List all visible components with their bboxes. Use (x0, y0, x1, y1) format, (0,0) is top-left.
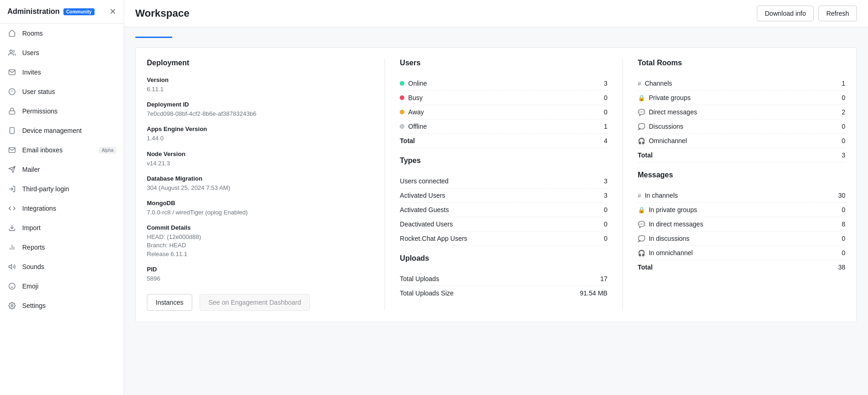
download-info-button[interactable]: Download info (757, 6, 814, 21)
total-uploads-size-value: 91.54 MB (580, 289, 608, 297)
sidebar-item-invites[interactable]: Invites (0, 63, 124, 82)
omnichannel-row: 🎧 Omnichannel 0 (638, 134, 845, 148)
sidebar-header: Administration Community ✕ (0, 0, 124, 24)
sidebar-item-user-status[interactable]: User status (0, 82, 124, 101)
sidebar-item-emoji[interactable]: Emoji (0, 276, 124, 296)
mongodb-value: 7.0.0-rc8 / wiredTiger (oplog Enabled) (147, 208, 370, 217)
sidebar-item-email-inboxes[interactable]: Email inboxes Alpha (0, 140, 124, 160)
in-channels-row: # In channels 30 (638, 188, 845, 203)
in-omnichannel-label: 🎧 In omnichannel (638, 249, 693, 257)
users-connected-value: 3 (604, 177, 608, 185)
rocketchat-app-users-value: 0 (604, 235, 608, 242)
email-inboxes-icon (7, 145, 17, 155)
offline-dot (400, 124, 404, 129)
sidebar-label-mailer: Mailer (22, 166, 40, 173)
sidebar-label-invites: Invites (22, 69, 41, 76)
apps-engine-value: 1.44.0 (147, 134, 370, 143)
sidebar-label-rooms: Rooms (22, 30, 43, 37)
sidebar-item-users[interactable]: Users (0, 43, 124, 63)
messages-title: Messages (638, 171, 845, 179)
sidebar-item-import[interactable]: Import (0, 218, 124, 238)
sidebar-item-reports[interactable]: Reports (0, 238, 124, 257)
sidebar-item-mailer[interactable]: Mailer (0, 160, 124, 179)
rocketchat-app-users-label: Rocket.Chat App Users (400, 235, 467, 242)
in-omnichannel-row: 🎧 In omnichannel 0 (638, 246, 845, 260)
discussions-row: 💭 Discussions 0 (638, 119, 845, 134)
sidebar-item-permissions[interactable]: Permissions (0, 101, 124, 121)
private-groups-label: 🔒 Private groups (638, 94, 691, 101)
omnichannel-icon: 🎧 (638, 138, 645, 144)
total-uploads-label: Total Uploads (400, 275, 439, 282)
sidebar-item-settings[interactable]: Settings (0, 296, 124, 315)
emoji-icon (7, 282, 17, 291)
mongodb-field: MongoDB 7.0.0-rc8 / wiredTiger (oplog En… (147, 200, 370, 217)
discussions-label: 💭 Discussions (638, 123, 684, 130)
node-version-field: Node Version v14.21.3 (147, 150, 370, 168)
deployment-title: Deployment (147, 59, 370, 67)
away-dot (400, 110, 404, 114)
mongodb-label: MongoDB (147, 200, 370, 207)
in-discussions-row: 💭 In discussions 0 (638, 232, 845, 246)
sidebar-item-rooms[interactable]: Rooms (0, 24, 124, 43)
total-uploads-row: Total Uploads 17 (400, 272, 607, 286)
commit-details-label: Commit Details (147, 224, 370, 231)
main-content: Workspace Download info Refresh Deployme… (124, 0, 868, 395)
sidebar-item-integrations[interactable]: Integrations (0, 199, 124, 218)
in-discussions-label: 💭 In discussions (638, 235, 690, 242)
private-groups-icon: 🔒 (638, 94, 645, 101)
deactivated-users-value: 0 (604, 220, 608, 228)
activated-guests-label: Activated Guests (400, 206, 449, 213)
users-icon (7, 48, 17, 57)
total-uploads-value: 17 (600, 275, 608, 282)
refresh-button[interactable]: Refresh (818, 6, 857, 21)
sidebar-item-sounds[interactable]: Sounds (0, 257, 124, 276)
db-migration-label: Database Migration (147, 175, 370, 182)
direct-messages-row: 💬 Direct messages 2 (638, 105, 845, 119)
node-version-label: Node Version (147, 150, 370, 157)
omnichannel-value: 0 (842, 137, 845, 144)
direct-messages-label: 💬 Direct messages (638, 108, 697, 116)
in-discussions-icon: 💭 (638, 235, 645, 242)
sidebar-label-integrations: Integrations (22, 205, 56, 212)
apps-engine-label: Apps Engine Version (147, 125, 370, 132)
integrations-icon (7, 204, 17, 213)
invites-icon (7, 68, 17, 77)
sidebar-item-device-management[interactable]: Device management (0, 121, 124, 140)
commit-release: Release 6.11.1 (147, 250, 370, 258)
users-title: Users (400, 59, 607, 67)
svg-point-0 (10, 50, 12, 52)
bottom-actions: Instances See on Engagement Dashboard (147, 294, 370, 311)
sidebar-label-users: Users (22, 49, 39, 56)
messages-total-label: Total (638, 263, 653, 271)
discussions-icon: 💭 (638, 123, 645, 130)
rooms-icon (7, 29, 17, 38)
activated-guests-value: 0 (604, 206, 608, 213)
in-channels-value: 30 (838, 192, 845, 199)
activated-users-row: Activated Users 3 (400, 188, 607, 203)
sidebar-label-import: Import (22, 224, 41, 232)
channels-label: # Channels (638, 80, 672, 87)
deactivated-users-row: Deactivated Users 0 (400, 217, 607, 232)
commit-head: HEAD: (12e000d88) (147, 233, 370, 241)
sidebar-item-third-party-login[interactable]: Third-party login (0, 179, 124, 199)
channels-value: 1 (842, 80, 845, 87)
svg-point-18 (11, 305, 13, 307)
messages-total-row: Total 38 (638, 260, 845, 274)
offline-label: Offline (400, 123, 427, 130)
mailer-icon (7, 165, 17, 174)
users-total-row: Total 4 (400, 134, 607, 148)
version-value: 6.11.1 (147, 85, 370, 94)
messages-total-value: 38 (838, 263, 845, 271)
omnichannel-label: 🎧 Omnichannel (638, 137, 687, 144)
instances-button[interactable]: Instances (147, 294, 192, 311)
sidebar-label-third-party-login: Third-party login (22, 185, 69, 193)
away-label: Away (400, 108, 424, 116)
in-private-groups-icon: 🔒 (638, 207, 645, 213)
user-status-icon (7, 87, 17, 96)
rooms-section: Total Rooms # Channels 1 🔒 Private group… (623, 59, 845, 311)
info-grid: Deployment Version 6.11.1 Deployment ID … (135, 47, 857, 322)
in-direct-messages-row: 💬 In direct messages 8 (638, 217, 845, 232)
deployment-section: Deployment Version 6.11.1 Deployment ID … (147, 59, 370, 311)
close-button[interactable]: ✕ (109, 6, 116, 17)
offline-row: Offline 1 (400, 119, 607, 134)
